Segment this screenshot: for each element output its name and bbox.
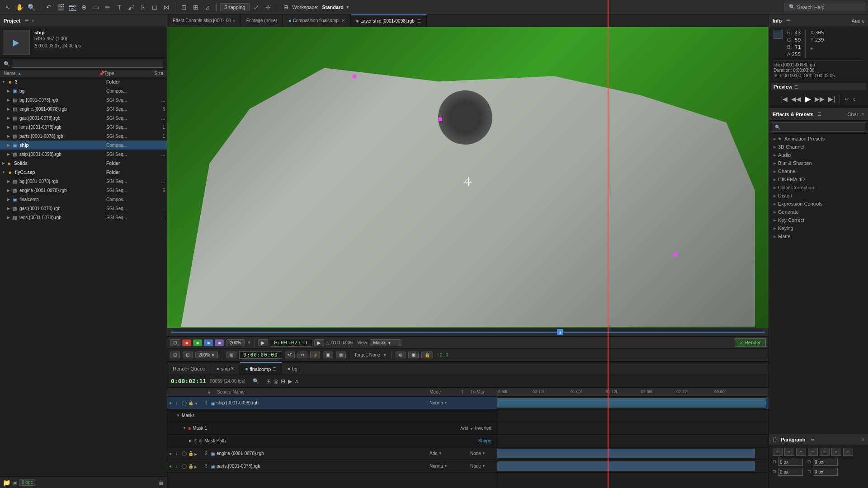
- preview-menu-icon[interactable]: ☰: [794, 84, 798, 89]
- tab-render-queue[interactable]: Render Queue: [167, 362, 211, 375]
- comp-btn[interactable]: ▣: [408, 352, 419, 358]
- link-icon[interactable]: ⊕: [199, 438, 203, 443]
- project-menu-icon[interactable]: ☰: [25, 18, 29, 23]
- list-item[interactable]: ▼ ■ flyCc.aep Folder: [0, 168, 167, 177]
- project-expand-icon[interactable]: »: [32, 18, 34, 23]
- puppet-icon[interactable]: ⋈: [161, 2, 171, 12]
- undo-icon[interactable]: ↶: [44, 2, 54, 12]
- mode-selector[interactable]: Norma ▼: [429, 464, 461, 469]
- text-icon[interactable]: T: [114, 2, 124, 12]
- list-item[interactable]: ▼ ■ 3 Folder: [0, 77, 167, 86]
- tab-menu-icon[interactable]: ☰: [273, 367, 276, 371]
- snap-icon2[interactable]: ✛: [263, 2, 273, 12]
- snap-icon1[interactable]: ⤢: [251, 2, 261, 12]
- view-btn2[interactable]: ⊡: [183, 352, 193, 358]
- timeline-clip[interactable]: [497, 449, 755, 458]
- play-btn[interactable]: ▶: [258, 339, 268, 346]
- tl-layer-row[interactable]: ▶ ⏱ ⊕ Mask Path Shape...: [167, 435, 497, 447]
- tab-effect-controls[interactable]: Effect Controls ship.[0001-00 »: [167, 14, 241, 27]
- snapping-label[interactable]: Snapping: [220, 3, 250, 11]
- new-folder-icon[interactable]: 📁: [3, 479, 10, 486]
- color1-btn[interactable]: ■: [182, 339, 191, 346]
- vis-toggle[interactable]: ●: [169, 451, 175, 456]
- target-dropdown-icon[interactable]: ▼: [383, 353, 387, 357]
- align-left-btn[interactable]: ≡: [773, 448, 783, 456]
- list-item[interactable]: ▶ ▨ gas.{0001-0078}.rgb SGI Seq... ...: [0, 113, 167, 122]
- list-item[interactable]: ▶ ▨ parts.{0001-0078}.rgb SGI Seq... 1: [0, 131, 167, 141]
- lock-toggle[interactable]: 🔒: [188, 464, 194, 469]
- flow-btn[interactable]: ⊕: [396, 352, 406, 358]
- effect-item-audio[interactable]: ▶ Audio: [769, 151, 868, 159]
- col-name-header[interactable]: Name ▲ 📌: [4, 71, 104, 76]
- view-mode-btn[interactable]: ▣: [323, 352, 333, 358]
- cache-icon[interactable]: ⊟: [281, 378, 285, 385]
- effect-item-key-correct[interactable]: ▶ Key Correct: [769, 216, 868, 224]
- workspace-dropdown-icon[interactable]: ▼: [345, 5, 350, 9]
- tl-layer-row[interactable]: ▼ ■ Mask 1 Add ▼ Inverted: [167, 422, 497, 435]
- prev-frame-btn[interactable]: ◀◀: [790, 94, 802, 103]
- audio-tab[interactable]: Audio: [852, 18, 864, 23]
- solo-toggle[interactable]: ◯: [182, 451, 188, 456]
- next-frame-btn[interactable]: ▶▶: [814, 94, 826, 103]
- char-expand-icon[interactable]: »: [862, 112, 864, 117]
- effect-item-generate[interactable]: ▶ Generate: [769, 208, 868, 216]
- timeline-timecode[interactable]: 0:00:02:11: [171, 378, 206, 385]
- playhead[interactable]: [608, 388, 609, 488]
- tab-composition[interactable]: ■ Composition finalcomp ✕: [283, 14, 351, 27]
- tl-layer-row[interactable]: ● ♪ ◯ 🔒 ▼ 1 ▣ ship.{0001-0098}.rgb: [167, 397, 497, 409]
- list-item[interactable]: ▶ ▨ bg.{0001-0078}.rgb SGI Seq... ...: [0, 95, 167, 104]
- mode-selector[interactable]: Norma ▼: [429, 400, 461, 405]
- lock-toggle[interactable]: 🔒: [188, 451, 194, 456]
- search-icon3[interactable]: 🔍: [253, 378, 259, 384]
- loop-btn[interactable]: ↩: [844, 95, 849, 103]
- color4-btn[interactable]: ■: [215, 339, 224, 346]
- mode-selector[interactable]: Add ▼: [429, 451, 461, 456]
- list-item[interactable]: ▶ ▨ bg.{0001-0078}.rgb SGI Seq... ...: [0, 177, 167, 186]
- list-item[interactable]: ▶ ▨ engine.{0001-0078}.rgb SGI Seq... 6: [0, 104, 167, 113]
- justify-center-btn[interactable]: ≡: [820, 448, 830, 456]
- paragraph-menu-icon[interactable]: ☰: [811, 437, 815, 442]
- info-menu-icon[interactable]: ☰: [786, 18, 790, 23]
- hand-tool-icon[interactable]: ✋: [14, 2, 24, 12]
- shape3-icon[interactable]: ⊿: [203, 2, 212, 12]
- keyframe-icon[interactable]: ⏱: [193, 438, 198, 443]
- lock-toggle[interactable]: 🔒: [188, 400, 194, 405]
- resolution-btn[interactable]: ⬡: [170, 339, 180, 346]
- timeline-clip[interactable]: [497, 398, 769, 408]
- list-item[interactable]: ▶ ▨ lens.{0001-0078}.rgb SGI Seq... ...: [0, 213, 167, 222]
- comp-options-icon[interactable]: ⊞: [266, 378, 271, 385]
- collapse-icon[interactable]: ▼: [176, 413, 180, 418]
- margin-bottom-input[interactable]: [813, 468, 838, 476]
- audio-toggle[interactable]: ♪: [175, 464, 182, 469]
- view-dropdown[interactable]: Masks ▼: [370, 339, 401, 346]
- audio-btn[interactable]: ♫: [851, 95, 857, 103]
- edit-btn[interactable]: ✂: [297, 352, 307, 358]
- bpc-badge[interactable]: 8 bpc: [19, 479, 35, 486]
- list-item[interactable]: ▶ ▣ bg Compos...: [0, 86, 167, 95]
- indent-left-input[interactable]: [778, 458, 803, 466]
- paint-icon[interactable]: 🖌: [126, 2, 136, 12]
- expand-icon[interactable]: ▶: [7, 89, 10, 93]
- list-item[interactable]: ▶ ▨ gas.{0001-0078}.rgb SGI Seq... ...: [0, 204, 167, 213]
- effect-item-keying[interactable]: ▶ Keying: [769, 224, 868, 232]
- expand-icon[interactable]: ▼: [2, 80, 5, 84]
- settings-btn[interactable]: ⊠: [336, 352, 346, 358]
- pin-icon[interactable]: 📌: [99, 71, 104, 76]
- justify-right-btn[interactable]: ≡: [831, 448, 841, 456]
- audio-toggle[interactable]: ♪: [175, 400, 182, 405]
- margin-top-input[interactable]: [778, 468, 803, 476]
- tl-layer-row[interactable]: ● ♪ ◯ 🔒 ▶ 3 ▣ parts.{0001-0078}.rgb: [167, 460, 497, 473]
- list-item[interactable]: ▶ ▨ engine.{0001-0078}.rgb SGI Seq... 6: [0, 186, 167, 195]
- play-btn[interactable]: ▶: [804, 93, 812, 105]
- skip-first-btn[interactable]: |◀: [780, 94, 789, 103]
- effect-item-cinema4d[interactable]: ▶ CINEMA 4D: [769, 175, 868, 183]
- zoom-display[interactable]: 200% ▼: [195, 352, 218, 358]
- collapse-icon[interactable]: ▼: [183, 426, 186, 430]
- collapse-toggle[interactable]: ▼: [194, 400, 202, 406]
- solo-toggle[interactable]: ◯: [182, 464, 188, 469]
- delete-icon[interactable]: 🗑: [158, 479, 164, 486]
- align-center-btn[interactable]: ≡: [784, 448, 794, 456]
- render-button[interactable]: ✓ Render: [735, 338, 766, 347]
- vis-toggle[interactable]: ●: [169, 400, 175, 405]
- tab-layer[interactable]: ■ Layer ship.[0001-0098].rgb ☰: [351, 14, 427, 27]
